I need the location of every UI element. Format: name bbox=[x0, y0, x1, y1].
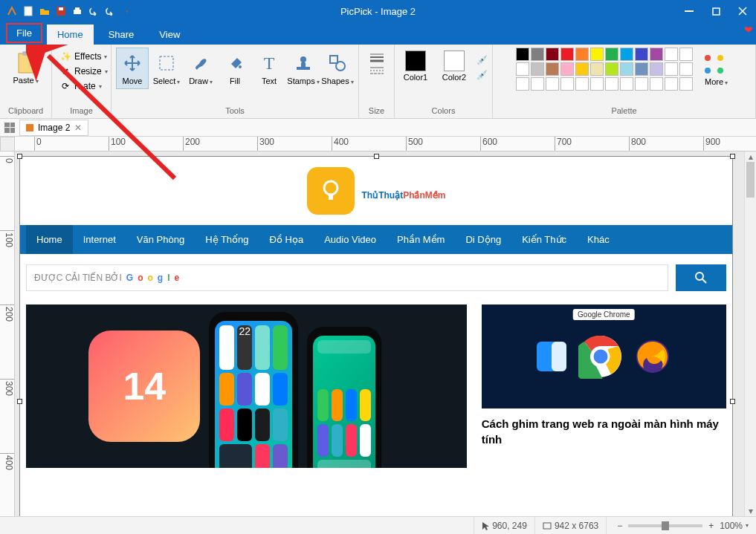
resize-handle[interactable] bbox=[730, 154, 735, 159]
stamps-tool[interactable]: Stamps bbox=[287, 48, 320, 88]
color-swatch[interactable] bbox=[516, 77, 529, 91]
zoom-out-button[interactable]: − bbox=[614, 521, 625, 531]
more-colors-button[interactable]: More bbox=[700, 49, 733, 89]
redo-icon[interactable] bbox=[104, 5, 116, 17]
color-swatch[interactable] bbox=[665, 77, 678, 91]
color-swatch[interactable] bbox=[635, 77, 648, 91]
article-card[interactable]: Google Chrome Cách ghim trang web ra ngo… bbox=[482, 305, 726, 468]
nav-item[interactable]: Hệ Thống bbox=[195, 225, 259, 254]
nav-item[interactable]: Audio Video bbox=[314, 225, 387, 254]
color-swatch[interactable] bbox=[575, 48, 589, 61]
minimize-button[interactable] bbox=[676, 0, 702, 22]
color-swatch[interactable] bbox=[650, 62, 663, 76]
open-icon[interactable] bbox=[39, 5, 51, 17]
color2-button[interactable]: Color2 bbox=[438, 48, 471, 85]
scroll-thumb[interactable] bbox=[746, 162, 755, 198]
color-swatch[interactable] bbox=[590, 77, 604, 91]
image-canvas[interactable]: ThủThuậtPhầnMềm HomeInternetVăn PhòngHệ … bbox=[19, 156, 733, 516]
color-swatch[interactable] bbox=[575, 62, 589, 76]
color-swatch[interactable] bbox=[516, 62, 529, 76]
color-swatch[interactable] bbox=[650, 48, 663, 61]
eyedropper-a-icon[interactable]: 💉 bbox=[476, 55, 488, 65]
color-swatch[interactable] bbox=[546, 77, 559, 91]
article-card[interactable]: 14 22 bbox=[26, 305, 467, 468]
color-swatch[interactable] bbox=[590, 48, 604, 61]
color-swatch[interactable] bbox=[635, 48, 648, 61]
color-swatch[interactable] bbox=[605, 62, 618, 76]
color-swatch[interactable] bbox=[575, 77, 589, 91]
color-swatch[interactable] bbox=[590, 62, 604, 76]
search-button[interactable] bbox=[676, 264, 726, 291]
heart-icon[interactable]: ❤ bbox=[744, 24, 753, 36]
select-tool[interactable]: Select bbox=[150, 48, 183, 88]
vertical-scrollbar[interactable]: ▴ ▾ bbox=[744, 152, 756, 516]
color-swatch[interactable] bbox=[679, 62, 693, 76]
maximize-button[interactable] bbox=[702, 0, 729, 22]
save-icon[interactable] bbox=[55, 5, 67, 17]
nav-item[interactable]: Kiến Thức bbox=[511, 225, 577, 254]
color-swatch[interactable] bbox=[546, 48, 559, 61]
nav-item[interactable]: Văn Phòng bbox=[126, 225, 195, 254]
resize-handle[interactable] bbox=[17, 399, 22, 404]
color-swatch[interactable] bbox=[620, 77, 633, 91]
text-tool[interactable]: T Text bbox=[253, 48, 285, 88]
effects-button[interactable]: ✨Effects▾ bbox=[56, 49, 110, 64]
nav-item[interactable]: Di Dộng bbox=[455, 225, 511, 254]
fill-tool[interactable]: Fill bbox=[219, 48, 251, 88]
tab-home[interactable]: Home bbox=[47, 25, 94, 45]
color-swatch[interactable] bbox=[679, 48, 693, 61]
resize-handle[interactable] bbox=[17, 154, 22, 159]
resize-handle[interactable] bbox=[730, 399, 735, 404]
color1-button[interactable]: Color1 bbox=[399, 48, 432, 85]
canvas-area[interactable]: ThủThuậtPhầnMềm HomeInternetVăn PhòngHệ … bbox=[15, 152, 744, 516]
color-swatch[interactable] bbox=[560, 77, 574, 91]
color-swatch[interactable] bbox=[620, 48, 633, 61]
color-swatch[interactable] bbox=[679, 77, 693, 91]
new-icon[interactable] bbox=[22, 5, 34, 17]
color-swatch[interactable] bbox=[665, 48, 678, 61]
scroll-down-icon[interactable]: ▾ bbox=[745, 506, 756, 516]
color-swatch[interactable] bbox=[546, 62, 559, 76]
qat-dropdown-icon[interactable] bbox=[120, 5, 132, 17]
resize-handle[interactable] bbox=[374, 154, 379, 159]
draw-tool[interactable]: Draw bbox=[184, 48, 217, 88]
undo-icon[interactable] bbox=[88, 5, 100, 17]
nav-item[interactable]: Khác bbox=[577, 225, 620, 254]
color-swatch[interactable] bbox=[516, 48, 529, 61]
line-weight-icon[interactable] bbox=[369, 52, 385, 62]
color-swatch[interactable] bbox=[560, 62, 574, 76]
shapes-tool[interactable]: Shapes bbox=[321, 48, 354, 88]
color-swatch[interactable] bbox=[665, 62, 678, 76]
paste-button[interactable]: Paste bbox=[10, 48, 42, 88]
nav-item[interactable]: Phần Mềm bbox=[387, 225, 455, 254]
close-button[interactable] bbox=[729, 0, 756, 22]
tab-grid-icon[interactable] bbox=[3, 121, 16, 134]
nav-item[interactable]: Home bbox=[26, 225, 73, 254]
tab-share[interactable]: Share bbox=[98, 25, 145, 45]
nav-item[interactable]: Đồ Họa bbox=[259, 225, 314, 254]
eyedropper-b-icon[interactable]: 💉 bbox=[476, 70, 488, 80]
move-tool[interactable]: Move bbox=[116, 48, 149, 89]
zoom-in-button[interactable]: + bbox=[705, 521, 717, 531]
print-icon[interactable] bbox=[71, 5, 83, 17]
color-swatch[interactable] bbox=[531, 62, 544, 76]
color-swatch[interactable] bbox=[605, 77, 618, 91]
color-swatch[interactable] bbox=[620, 62, 633, 76]
line-style-icon[interactable] bbox=[369, 65, 385, 76]
color-swatch[interactable] bbox=[605, 48, 618, 61]
color-swatch[interactable] bbox=[531, 77, 544, 91]
document-tab[interactable]: Image 2 ✕ bbox=[19, 120, 88, 136]
app-icon[interactable] bbox=[6, 5, 18, 17]
close-tab-icon[interactable]: ✕ bbox=[74, 123, 82, 133]
search-input[interactable]: ĐƯỢC CẢI TIẾN BỞI Google bbox=[26, 264, 668, 291]
tab-view[interactable]: View bbox=[149, 25, 190, 45]
nav-item[interactable]: Internet bbox=[73, 225, 126, 254]
color-swatch[interactable] bbox=[531, 48, 544, 61]
resize-button[interactable]: ⤢Resize▾ bbox=[56, 64, 111, 79]
scroll-up-icon[interactable]: ▴ bbox=[745, 152, 756, 162]
tab-file[interactable]: File bbox=[6, 23, 42, 43]
color-swatch[interactable] bbox=[635, 62, 648, 76]
rotate-button[interactable]: ⟳R ate▾ bbox=[56, 79, 105, 94]
color-swatch[interactable] bbox=[560, 48, 574, 61]
zoom-slider[interactable] bbox=[628, 524, 702, 527]
